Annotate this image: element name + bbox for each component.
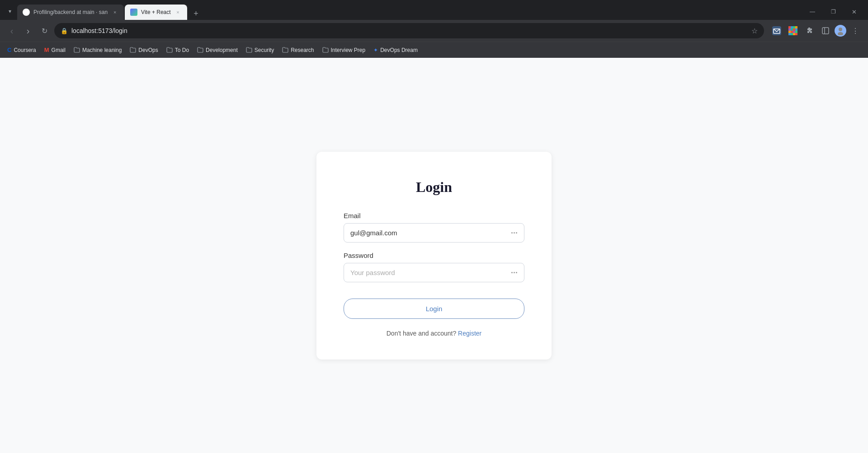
tab-github-close[interactable]: × (111, 9, 118, 16)
svg-point-20 (839, 28, 842, 31)
email-autofill-icon[interactable] (509, 229, 519, 236)
pixel-btn[interactable] (786, 23, 800, 38)
gmail-icon: M (44, 47, 49, 53)
svg-rect-14 (788, 33, 791, 35)
menu-btn[interactable]: ⋮ (848, 23, 863, 38)
minimize-btn[interactable]: — (802, 4, 823, 19)
bookmark-security[interactable]: Security (242, 45, 278, 55)
navigation-bar: ‹ › ↻ 🔒 localhost:5173/login ☆ (0, 20, 868, 42)
bookmark-interview-prep[interactable]: Interview Prep (319, 45, 369, 55)
email-input[interactable] (344, 223, 524, 243)
folder-icon-todo (166, 47, 173, 53)
password-autofill-icon[interactable] (509, 269, 519, 276)
password-form-group: Password (344, 252, 524, 282)
bookmark-security-label: Security (255, 47, 274, 53)
svg-rect-15 (791, 33, 793, 35)
bookmark-todo-label: To Do (175, 47, 189, 53)
coursera-icon: C (7, 47, 11, 53)
extensions-btn[interactable] (802, 23, 816, 38)
address-bar[interactable]: 🔒 localhost:5173/login ☆ (54, 23, 764, 38)
email-input-wrap (344, 223, 524, 243)
svg-rect-8 (793, 28, 795, 31)
svg-rect-13 (795, 31, 797, 33)
github-favicon (23, 9, 30, 16)
svg-rect-3 (791, 26, 793, 28)
svg-rect-6 (788, 28, 791, 31)
forward-btn[interactable]: › (22, 24, 34, 37)
maximize-btn[interactable]: ❐ (823, 4, 844, 19)
svg-point-21 (838, 32, 843, 35)
tab-vite[interactable]: Vite + React × (125, 5, 187, 20)
email-label: Email (344, 212, 524, 219)
star-icon[interactable]: ☆ (751, 27, 758, 35)
bookmark-devops-dream-label: DevOps Dream (380, 47, 418, 53)
bookmark-coursera[interactable]: C Coursera (4, 45, 40, 55)
login-title: Login (344, 179, 524, 196)
folder-icon-res (282, 47, 288, 53)
svg-rect-12 (793, 31, 795, 33)
bookmark-machine-learning[interactable]: Machine leaning (70, 45, 125, 55)
folder-icon-int (322, 47, 329, 53)
svg-rect-11 (791, 31, 793, 33)
tab-dropdown-btn[interactable]: ▾ (4, 5, 16, 18)
bookmark-research-label: Research (291, 47, 314, 53)
login-card: Login Email Password (316, 152, 552, 360)
tab-bar: ▾ Profiling/backend at main · san × Vite… (0, 0, 868, 20)
profile-btn[interactable] (835, 25, 846, 37)
devops-dream-icon: ✦ (373, 47, 378, 53)
svg-rect-18 (822, 28, 829, 34)
bookmark-devops[interactable]: DevOps (126, 45, 161, 55)
svg-rect-17 (795, 33, 797, 35)
sidebar-btn[interactable] (818, 23, 833, 38)
bookmark-gmail[interactable]: M Gmail (41, 45, 69, 55)
bookmark-todo[interactable]: To Do (163, 45, 193, 55)
tab-vite-close[interactable]: × (175, 9, 182, 16)
reload-btn[interactable]: ↻ (38, 24, 51, 37)
bookmark-ml-label: Machine leaning (82, 47, 122, 53)
tab-vite-label: Vite + React (141, 9, 170, 15)
page-content: Login Email Password (0, 58, 868, 453)
svg-rect-7 (791, 28, 793, 31)
bookmark-gmail-label: Gmail (52, 47, 66, 53)
folder-icon-sec (246, 47, 252, 53)
vite-favicon (130, 9, 137, 16)
address-url: localhost:5173/login (71, 27, 748, 34)
bookmark-development[interactable]: Development (193, 45, 241, 55)
login-button[interactable]: Login (344, 299, 524, 319)
svg-rect-16 (793, 33, 795, 35)
svg-rect-2 (788, 26, 791, 28)
add-tab-btn[interactable]: + (190, 7, 203, 20)
folder-icon-dev (197, 47, 203, 53)
folder-icon-ml (74, 47, 80, 53)
bookmarks-bar: C Coursera M Gmail Machine leaning DevOp… (0, 42, 868, 58)
password-input-wrap (344, 263, 524, 282)
svg-rect-4 (793, 26, 795, 28)
bookmark-interview-label: Interview Prep (331, 47, 366, 53)
back-btn[interactable]: ‹ (5, 24, 18, 37)
mailvelope-btn[interactable] (769, 23, 784, 38)
close-btn[interactable]: ✕ (844, 4, 864, 19)
register-link[interactable]: Register (458, 330, 481, 337)
svg-rect-5 (795, 26, 797, 28)
email-form-group: Email (344, 212, 524, 243)
folder-icon-devops (130, 47, 136, 53)
nav-actions: ⋮ (769, 23, 863, 38)
register-prompt: Don't have and account? Register (344, 330, 524, 337)
svg-rect-9 (795, 28, 797, 31)
tab-github-label: Profiling/backend at main · san (33, 9, 108, 15)
lock-icon: 🔒 (61, 28, 68, 34)
bookmark-devops-dream[interactable]: ✦ DevOps Dream (370, 45, 421, 55)
bookmark-coursera-label: Coursera (14, 47, 36, 53)
svg-rect-10 (788, 31, 791, 33)
bookmark-devops-label: DevOps (138, 47, 158, 53)
bookmark-research[interactable]: Research (278, 45, 317, 55)
password-input[interactable] (344, 263, 524, 282)
browser-chrome: ▾ Profiling/backend at main · san × Vite… (0, 0, 868, 58)
tab-github[interactable]: Profiling/backend at main · san × (17, 5, 124, 20)
window-controls: — ❐ ✕ (802, 4, 864, 19)
password-label: Password (344, 252, 524, 259)
bookmark-dev-label: Development (206, 47, 238, 53)
